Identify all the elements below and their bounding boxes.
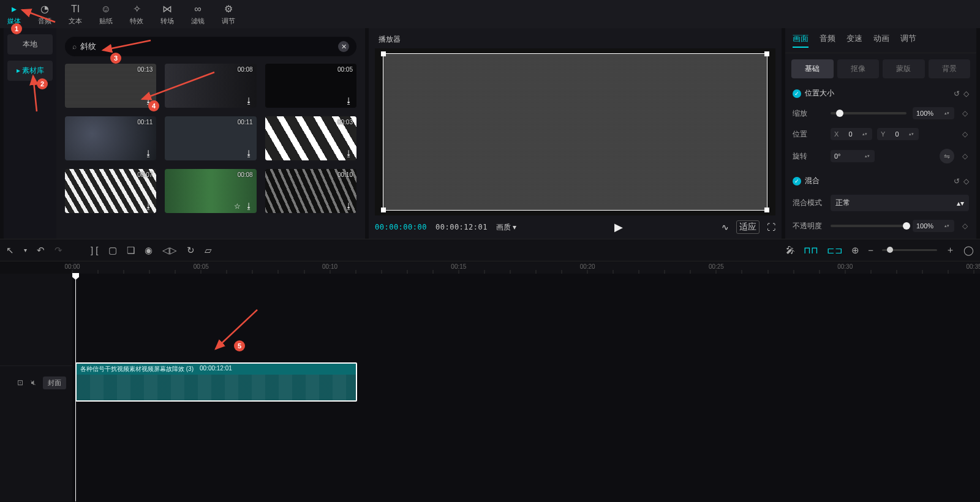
zoom-in-icon[interactable]: ＋: [946, 244, 955, 256]
inspector-subtab-基础[interactable]: 基础: [791, 59, 834, 78]
keyframe-icon[interactable]: ◇: [960, 130, 969, 138]
mirror-icon[interactable]: ◁▷: [162, 245, 177, 256]
asset-item[interactable]: 00:05⭳: [265, 64, 356, 108]
asset-item[interactable]: 00:07⭳: [65, 169, 156, 213]
top-tab-文本[interactable]: TI文本: [69, 3, 82, 26]
check-icon[interactable]: ✓: [793, 177, 801, 185]
reset-icon[interactable]: ↺: [954, 89, 960, 98]
top-tab-贴纸[interactable]: ☺贴纸: [99, 3, 113, 26]
sidebar-item-本地[interactable]: 本地: [7, 34, 53, 54]
reset-icon[interactable]: ↺: [954, 177, 960, 185]
resize-handle-br[interactable]: [764, 208, 769, 212]
clear-search-button[interactable]: ✕: [338, 41, 349, 52]
aspect-button[interactable]: 适应: [736, 220, 760, 234]
asset-item[interactable]: 00:10⭳: [265, 169, 356, 213]
download-icon[interactable]: ⭳: [345, 201, 353, 211]
zoom-fit-icon[interactable]: ◯: [963, 245, 974, 256]
quality-dropdown[interactable]: 画质 ▾: [496, 222, 516, 233]
download-icon[interactable]: ⭳: [145, 201, 153, 211]
video-canvas[interactable]: [375, 48, 775, 215]
download-icon[interactable]: ⭳: [145, 149, 153, 158]
stepper-icon[interactable]: ▴▾: [957, 199, 964, 208]
keyframe-icon[interactable]: ◇: [960, 109, 969, 118]
scale-value-box[interactable]: 100%▴▾: [913, 107, 954, 119]
fullscreen-icon[interactable]: ⛶: [767, 222, 775, 232]
delete-icon[interactable]: ▢: [108, 245, 117, 256]
inspector-subtab-蒙版[interactable]: 蒙版: [883, 59, 925, 78]
keyframe-icon[interactable]: ◇: [963, 177, 969, 185]
check-icon[interactable]: ✓: [793, 89, 801, 98]
waveform-icon[interactable]: ∿: [722, 222, 729, 232]
asset-item[interactable]: 00:11⭳: [65, 116, 156, 160]
undo-icon[interactable]: ↶: [37, 245, 45, 256]
mirror-button[interactable]: ⇋: [940, 149, 954, 163]
split-icon[interactable]: ] [: [91, 245, 99, 255]
top-tab-滤镜[interactable]: ∞滤镜: [191, 3, 205, 26]
stepper-icon[interactable]: ▴▾: [862, 132, 869, 136]
inspector-tab-音频[interactable]: 音频: [820, 33, 835, 48]
align-icon[interactable]: ⊕: [851, 245, 859, 256]
download-icon[interactable]: ⭳: [345, 96, 353, 105]
download-icon[interactable]: ⭳: [345, 149, 353, 158]
asset-item[interactable]: 00:11⭳: [165, 116, 256, 160]
inspector-subtab-抠像[interactable]: 抠像: [837, 59, 880, 78]
pos-y-box[interactable]: Y0▴▾: [877, 128, 919, 140]
blend-mode-select[interactable]: 正常▴▾: [831, 195, 969, 211]
inspector-tab-画面[interactable]: 画面: [793, 33, 809, 48]
keyframe-icon[interactable]: ◇: [960, 222, 969, 230]
rotation-box[interactable]: 0°▴▾: [831, 150, 875, 162]
search-input[interactable]: [80, 42, 338, 51]
top-tab-转场[interactable]: ⋈转场: [160, 3, 174, 26]
mic-icon[interactable]: 🎤︎: [786, 245, 795, 255]
asset-item[interactable]: 00:13⭳: [65, 64, 156, 108]
top-tab-媒体[interactable]: ▸媒体: [7, 3, 21, 26]
scale-slider[interactable]: [831, 112, 907, 114]
resize-handle-tr[interactable]: [764, 51, 769, 56]
asset-item[interactable]: 00:08⭳: [165, 64, 256, 108]
asset-item[interactable]: 00:03⭳: [265, 116, 356, 160]
timeline-ruler[interactable]: 00:0000:0500:1000:1500:2000:2500:3000:35: [72, 261, 980, 274]
sidebar-item-素材库[interactable]: ▸素材库: [7, 61, 53, 81]
pointer-tool-icon[interactable]: ↖: [6, 245, 14, 256]
timeline-clip[interactable]: 各种信号干扰视频素材视频屏幕故障效 (3) 00:00:12:01: [75, 362, 357, 402]
inspector-tab-动画[interactable]: 动画: [873, 33, 889, 48]
inspector-tab-调节[interactable]: 调节: [900, 33, 916, 48]
pos-x-box[interactable]: X0▴▾: [831, 128, 872, 140]
mute-icon[interactable]: 🔇︎: [29, 378, 37, 387]
inspector-tab-变速[interactable]: 变速: [846, 33, 862, 48]
cover-button[interactable]: 封面: [43, 376, 66, 389]
download-icon[interactable]: ⭳: [245, 96, 253, 105]
redo-icon[interactable]: ↷: [55, 245, 62, 256]
asset-item[interactable]: 00:08☆⭳: [165, 169, 256, 213]
zoom-slider[interactable]: [882, 249, 937, 251]
rotate-icon[interactable]: ↻: [187, 245, 195, 256]
stepper-icon[interactable]: ▴▾: [944, 224, 951, 228]
download-icon[interactable]: ⭳: [245, 149, 253, 158]
stepper-icon[interactable]: ▴▾: [944, 111, 951, 115]
timeline-tracks[interactable]: 各种信号干扰视频素材视频屏幕故障效 (3) 00:00:12:01: [72, 274, 980, 501]
crop-icon[interactable]: ▱: [205, 245, 212, 256]
keyframe-icon[interactable]: ◇: [963, 89, 969, 98]
link-icon[interactable]: ⊏⊐: [827, 245, 843, 256]
inspector-subtab-背景[interactable]: 背景: [929, 59, 971, 78]
top-tab-调节[interactable]: ⚙调节: [222, 3, 235, 26]
lock-icon[interactable]: ⊡: [17, 378, 23, 387]
stepper-icon[interactable]: ▴▾: [909, 132, 915, 136]
magnet-icon[interactable]: ⊓⊓: [804, 245, 818, 256]
keyframe-icon[interactable]: ◇: [960, 152, 969, 160]
chevron-down-icon[interactable]: ▾: [24, 247, 27, 253]
download-icon[interactable]: ⭳: [245, 201, 253, 211]
stepper-icon[interactable]: ▴▾: [865, 154, 871, 158]
opacity-slider[interactable]: [831, 225, 907, 227]
duplicate-icon[interactable]: ❏: [127, 245, 135, 256]
search-bar[interactable]: ⌕ ✕: [65, 37, 356, 56]
top-tab-特效[interactable]: ✧特效: [130, 3, 143, 26]
speed-icon[interactable]: ◉: [145, 245, 153, 256]
star-icon[interactable]: ☆: [234, 202, 241, 211]
play-button[interactable]: ▶: [614, 220, 623, 234]
resize-handle-tl[interactable]: [381, 51, 386, 56]
video-frame[interactable]: [383, 53, 767, 211]
opacity-value-box[interactable]: 100%▴▾: [913, 220, 954, 232]
zoom-out-icon[interactable]: −: [868, 245, 873, 255]
download-icon[interactable]: ⭳: [145, 96, 153, 105]
